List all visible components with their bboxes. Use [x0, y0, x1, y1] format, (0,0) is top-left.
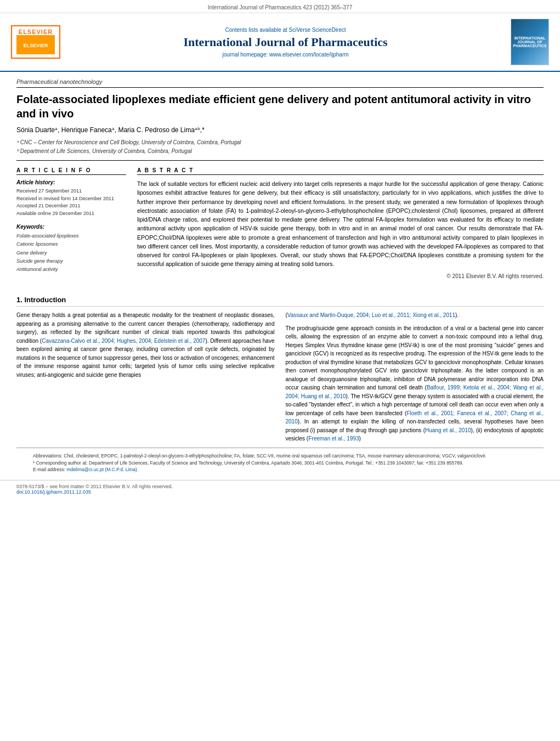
- received-date: Received 27 September 2011: [16, 188, 126, 195]
- journal-homepage: journal homepage: www.elsevier.com/locat…: [60, 52, 511, 58]
- intro-left-p1: Gene therapy holds a great potential as …: [16, 311, 275, 379]
- intro-right-col: (Vassaux and Martin-Duque, 2004; Luo et …: [286, 311, 544, 448]
- keyword-2: Cationic liposomes: [16, 240, 126, 248]
- email-label: E-mail address:: [33, 467, 65, 472]
- cite-5[interactable]: Huang et al., 2010: [425, 427, 471, 433]
- journal-citation: International Journal of Pharmaceutics 4…: [208, 4, 353, 10]
- doi-bar: 0378-5173/$ – see front matter © 2011 El…: [0, 480, 560, 498]
- top-bar: International Journal of Pharmaceutics 4…: [0, 0, 560, 13]
- elsevier-sublabel: ELSEVIER: [15, 35, 56, 55]
- email-info: E-mail address: mdelima@ci.uc.pt (M.C.P.…: [33, 466, 527, 473]
- keywords-block: Keywords: Folate-associated lipoplexes C…: [16, 224, 126, 274]
- abstract-column: A B S T R A C T The lack of suitable vec…: [137, 167, 544, 280]
- contents-link: Contents lists available at SciVerse Sci…: [60, 27, 511, 33]
- keyword-4: Suicide gene therapy: [16, 257, 126, 265]
- copyright-line: © 2011 Elsevier B.V. All rights reserved…: [137, 273, 544, 279]
- intro-two-col: Gene therapy holds a great potential as …: [16, 311, 544, 448]
- cite-2[interactable]: Vassaux and Martin-Duque, 2004; Luo et a…: [287, 312, 455, 318]
- article-category: Pharmaceutical nanotechnology: [16, 78, 544, 88]
- email-text[interactable]: mdelima@ci.uc.pt (M.C.P.d. Lima).: [66, 467, 138, 472]
- history-block: Article history: Received 27 September 2…: [16, 179, 126, 217]
- section-number: 1.: [16, 296, 22, 304]
- abstract-label: A B S T R A C T: [137, 167, 544, 175]
- cover-text: INTERNATIONAL JOURNAL OF PHARMACEUTICS: [513, 36, 546, 48]
- keyword-5: Antitumoral activity: [16, 265, 126, 274]
- received-revised: Received in revised form 14 December 201…: [16, 195, 126, 203]
- accepted-date: Accepted 21 December 2011: [16, 202, 126, 210]
- introduction-section: 1. Introduction Gene therapy holds a gre…: [0, 296, 560, 448]
- sciverse-link[interactable]: SciVerse ScienceDirect: [289, 27, 346, 33]
- history-label: Article history:: [16, 179, 126, 185]
- section-title: Introduction: [24, 296, 66, 304]
- keyword-3: Gene delivery: [16, 249, 126, 257]
- footnotes-area: Abbreviations: Chol, cholesterol; EPOPC,…: [16, 448, 544, 478]
- intro-left-col: Gene therapy holds a great potential as …: [16, 311, 275, 448]
- article-info-column: A R T I C L E I N F O Article history: R…: [16, 167, 126, 280]
- journal-header: ELSEVIER ELSEVIER Contents lists availab…: [0, 13, 560, 72]
- elsevier-brand: ELSEVIER: [15, 29, 56, 35]
- article-section: Pharmaceutical nanotechnology Folate-ass…: [0, 72, 560, 287]
- keywords-list: Folate-associated lipoplexes Cationic li…: [16, 232, 126, 274]
- affiliation-b: ᵇ Department of Life Sciences, Universit…: [16, 147, 544, 156]
- journal-title-area: Contents lists available at SciVerse Sci…: [60, 27, 511, 58]
- article-info-label: A R T I C L E I N F O: [16, 167, 126, 175]
- homepage-label: journal homepage:: [222, 52, 269, 58]
- authors: Sónia Duarteᵃ, Henrique Fanecaᵃ, Maria C…: [16, 126, 544, 134]
- journal-cover-image: INTERNATIONAL JOURNAL OF PHARMACEUTICS: [511, 19, 549, 65]
- doi-link[interactable]: doi:10.1016/j.ijpharm.2011.12.035: [16, 489, 91, 495]
- abbrev-text: Chol, cholesterol; EPOPC, 1-palmitoyl-2-…: [64, 453, 487, 459]
- contents-label: Contents lists available at: [225, 27, 289, 33]
- intro-right-p1: (Vassaux and Martin-Duque, 2004; Luo et …: [286, 311, 544, 320]
- elsevier-logo: ELSEVIER ELSEVIER: [11, 25, 60, 59]
- corresponding-text: Department of Life Sciences, Faculty of …: [89, 460, 463, 466]
- cite-4[interactable]: Floeth et al., 2001; Faneca et al., 2007…: [286, 410, 544, 425]
- author-names: Sónia Duarteᵃ, Henrique Fanecaᵃ, Maria C…: [16, 126, 205, 134]
- issn-text: 0378-5173/$ – see front matter © 2011 El…: [16, 484, 173, 489]
- homepage-url[interactable]: www.elsevier.com/locate/ijpharm: [269, 52, 349, 58]
- cite-3[interactable]: Balfour, 1999; Ketola et al., 2004; Wang…: [286, 384, 544, 399]
- article-title: Folate-associated lipoplexes mediate eff…: [16, 92, 544, 121]
- corresponding-author: * Corresponding author at: Department of…: [33, 460, 527, 467]
- intro-right-p2: The prodrug/suicide gene approach consis…: [286, 324, 544, 443]
- cite-1[interactable]: Cavazzana-Calvo et al., 2004; Hughes, 20…: [42, 338, 205, 344]
- article-info-abstract: A R T I C L E I N F O Article history: R…: [16, 167, 544, 280]
- corresponding-label: * Corresponding author at:: [33, 460, 88, 466]
- intro-section-title: 1. Introduction: [16, 296, 544, 307]
- keywords-label: Keywords:: [16, 224, 126, 230]
- abbreviations: Abbreviations: Chol, cholesterol; EPOPC,…: [33, 452, 527, 460]
- abstract-text: The lack of suitable vectors for efficie…: [137, 179, 544, 269]
- cite-6[interactable]: Freeman et al., 1993: [308, 435, 359, 442]
- svg-text:ELSEVIER: ELSEVIER: [24, 43, 48, 48]
- available-date: Available online 29 December 2011: [16, 210, 126, 218]
- abbrev-label: Abbreviations:: [33, 453, 63, 459]
- affiliations: ᵃ CNC – Center for Neuroscience and Cell…: [16, 138, 544, 161]
- affiliation-a: ᵃ CNC – Center for Neuroscience and Cell…: [16, 138, 544, 147]
- keyword-1: Folate-associated lipoplexes: [16, 232, 126, 240]
- journal-title: International Journal of Pharmaceutics: [60, 35, 511, 49]
